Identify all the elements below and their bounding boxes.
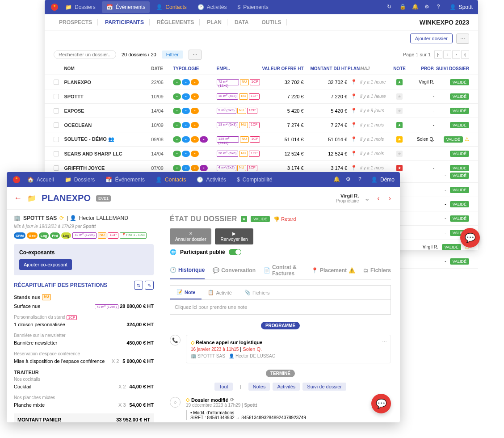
help-icon-front[interactable]: ?	[358, 176, 365, 183]
table-row-partial[interactable]: -VALIDÉ	[400, 168, 478, 183]
col-suivi[interactable]: SUIVI DOSSIER	[434, 66, 469, 71]
row-checkbox[interactable]	[54, 151, 59, 156]
table-row[interactable]: SOLUTEC - DÉMO 👥 09/08 •••• 135 m² (9x15…	[45, 132, 478, 147]
refresh-icon[interactable]: ↻	[387, 4, 394, 11]
lock-icon[interactable]: 🔒	[399, 4, 407, 11]
event-badge: EVE1	[96, 195, 111, 202]
nav-activites[interactable]: 🕐 Activités	[193, 1, 231, 13]
subnav-participants[interactable]: PARTICIPANTS	[100, 19, 150, 25]
nav-contacts-front[interactable]: 👤 Contacts	[151, 174, 190, 185]
app-logo[interactable]	[50, 3, 59, 12]
gear-icon[interactable]: ⚙	[424, 4, 432, 11]
pager-last[interactable]: ›|	[461, 51, 469, 59]
fchip-activites[interactable]: Activités	[273, 383, 300, 391]
nav-activites-front[interactable]: 🕐 Activités	[192, 174, 231, 185]
table-row[interactable]: OCECLEAN 10/09 ••• 18 m² (6x3) NU 1CP 7 …	[45, 118, 478, 132]
table-row-partial[interactable]: -VALIDÉ	[400, 211, 478, 226]
subnav-plan[interactable]: PLAN	[202, 19, 227, 25]
owner-info[interactable]: Virgil R. Propriétaire	[336, 193, 359, 203]
bell-icon[interactable]: 🔔	[412, 4, 419, 11]
collapse-icon[interactable]: ⇅	[134, 281, 143, 290]
col-valeur[interactable]: VALEUR OFFRE HT	[260, 66, 303, 71]
table-row-partial[interactable]: -VALIDÉ	[400, 197, 478, 211]
fchip-notes[interactable]: Notes	[248, 383, 270, 391]
table-row-partial[interactable]: -VALIDÉ	[400, 254, 478, 269]
timeline-filters: Tout | Notes Activités Suivi de dossier	[170, 383, 391, 391]
owner-dropdown-icon[interactable]: ⌄	[364, 194, 370, 202]
nav-compta[interactable]: $ Comptabilité	[232, 174, 277, 185]
notetab-note[interactable]: 📝 Note	[170, 286, 202, 299]
pager-prev[interactable]: ‹	[443, 51, 451, 59]
next-dossier[interactable]: ›	[387, 194, 393, 202]
publie-toggle[interactable]	[229, 249, 241, 255]
fchip-tout[interactable]: Tout	[214, 383, 233, 391]
edit-icon[interactable]: ✎	[145, 281, 154, 290]
chat-fab-back[interactable]: 💬	[460, 228, 480, 248]
col-prop[interactable]: PROP.	[408, 66, 434, 71]
subnav-reglements[interactable]: RÈGLEMENTS	[151, 19, 200, 25]
nav-evenements[interactable]: 📅 Événements	[102, 1, 150, 13]
prev-dossier[interactable]: ‹	[375, 194, 381, 202]
nav-accueil[interactable]: 🏠 Accueil	[23, 174, 59, 185]
note-input[interactable]: Cliquez ici pour prendre une note	[170, 299, 391, 315]
row-checkbox[interactable]	[54, 94, 59, 99]
add-coexposant-button[interactable]: Ajouter co-exposant	[19, 259, 72, 270]
phone-icon: 📞	[170, 335, 181, 345]
more-button[interactable]: ⋯	[456, 34, 469, 44]
col-empl[interactable]: EMPL.	[217, 66, 260, 71]
table-row[interactable]: EXPOSE 14/04 ••• 9 m² (3x3) NU 1CP 5 420…	[45, 104, 478, 118]
row-checkbox[interactable]	[54, 108, 59, 114]
notetab-fichiers[interactable]: 📎 Fichiers	[238, 286, 276, 299]
col-note[interactable]: NOTE	[391, 66, 408, 71]
back-arrow[interactable]: ←	[14, 194, 22, 203]
help-icon[interactable]: ?	[437, 4, 444, 11]
app-logo-front[interactable]	[12, 175, 21, 184]
timeline-more[interactable]: ⋯	[382, 339, 387, 345]
table-row[interactable]: SEARS AND SHARP LLC 14/04 ••• 36 m² (6x6…	[45, 147, 478, 161]
table-row[interactable]: PLANEXPO 22/06 ••• 72 m² (12x6) NU 1CP 3…	[45, 75, 478, 89]
row-checkbox[interactable]	[54, 122, 59, 128]
tab-fichiers[interactable]: 🗂 Fichiers	[363, 261, 391, 279]
fchip-suivi[interactable]: Suivi de dossier	[302, 383, 346, 391]
subnav-data[interactable]: DATA	[229, 19, 255, 25]
nav-dossiers[interactable]: 📁 Dossiers	[61, 1, 100, 13]
row-checkbox[interactable]	[54, 137, 59, 142]
notetab-activite[interactable]: 📋 Activité	[202, 286, 238, 299]
pager-first[interactable]: |‹	[434, 51, 442, 59]
nav-paiements[interactable]: $ Paiements	[233, 1, 273, 13]
filter-button[interactable]: Filtrer	[162, 51, 183, 59]
col-nom[interactable]: NOM	[64, 66, 151, 71]
subnav-outils[interactable]: OUTILS	[256, 19, 287, 25]
gear-icon-front[interactable]: ⚙	[346, 176, 353, 183]
tab-conversation[interactable]: 💬 Conversation	[213, 261, 256, 279]
user-menu-front[interactable]: 👤 Démo	[371, 177, 395, 183]
renvoyer-button[interactable]: ▶Renvoyer lien	[215, 228, 253, 244]
add-dossier-button[interactable]: Ajouter dossier	[410, 34, 453, 43]
col-maj[interactable]: MAJ	[360, 66, 391, 71]
tab-contrat[interactable]: 📄 Contrat & Factures	[264, 261, 303, 279]
row-checkbox[interactable]	[54, 165, 59, 171]
tags-row: CRM Geo Log Prd Log 72 m² (12x6) NU 1CP …	[14, 232, 154, 239]
annuler-button[interactable]: ✕Annuler dossier	[170, 228, 211, 244]
tab-historique[interactable]: 🕐 Historique	[170, 261, 205, 279]
nav-dossiers-front[interactable]: 📁 Dossiers	[60, 174, 100, 185]
edit-event-icon: ○	[170, 397, 181, 408]
col-typologie[interactable]: TYPOLOGIE	[173, 66, 216, 71]
pager-next[interactable]: ›	[452, 51, 460, 59]
col-plan[interactable]: PLAN	[347, 66, 360, 71]
table-row[interactable]: SPOTTT 10/09 ••• 18 m² (6x3) NU 1CP 7 22…	[45, 89, 478, 104]
subnav-prospects[interactable]: PROSPECTS	[54, 19, 98, 25]
search-input[interactable]	[54, 50, 116, 59]
total-panier: MONTANT PANIER33 952,00 € HT	[14, 413, 154, 422]
nav-contacts[interactable]: 👤 Contacts	[151, 1, 191, 13]
filter-more-button[interactable]: ⋯	[189, 50, 202, 60]
user-menu[interactable]: 👤 Spottt	[449, 4, 473, 10]
tab-placement[interactable]: 📍 Placement ⚠️	[311, 261, 355, 279]
table-row-partial[interactable]: -VALIDÉ	[400, 183, 478, 197]
bell-icon-front[interactable]: 🔔	[333, 176, 340, 183]
col-montant[interactable]: MONTANT DÛ HT	[304, 66, 347, 71]
chat-fab-front[interactable]: 💬	[371, 394, 391, 413]
nav-evenements-front[interactable]: 📅 Événements	[101, 174, 149, 185]
row-checkbox[interactable]	[54, 80, 59, 85]
col-date[interactable]: DATE	[151, 66, 173, 71]
